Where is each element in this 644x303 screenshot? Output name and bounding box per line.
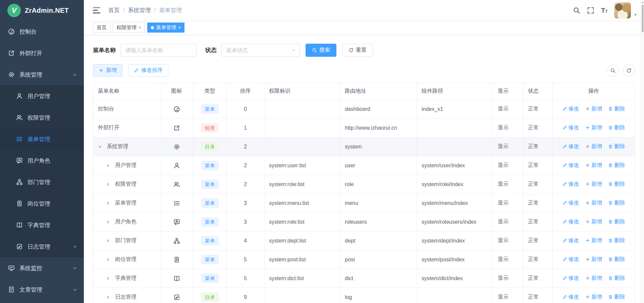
add-link[interactable]: 新增 [585,218,602,225]
menu-name: 字典管理 [115,275,137,281]
edit-link[interactable]: 修改 [562,200,579,207]
sort-edit-button[interactable]: 修改排序 [128,64,168,77]
search-icon[interactable] [573,7,580,14]
add-link[interactable]: 新增 [585,181,602,188]
component-value: system/dict/index [417,269,493,288]
expand-icon[interactable] [106,201,113,205]
close-icon[interactable]: × [178,25,181,30]
expand-icon[interactable] [106,220,113,224]
edit-link[interactable]: 修改 [562,294,579,301]
badge-icon [173,256,180,263]
app-logo[interactable]: V ZrAdmin.NET [0,0,84,21]
add-link[interactable]: 新增 [585,294,602,301]
search-button[interactable]: 搜索 [306,44,336,57]
type-tag: 链接 [201,123,219,132]
collapse-icon[interactable] [98,145,105,149]
delete-link[interactable]: 删除 [608,294,625,301]
sidebar-item-dictionary[interactable]: 字典管理 [0,214,84,236]
sidebar-item-departments[interactable]: 部门管理 [0,171,84,193]
sidebar-item-roles[interactable]: 权限管理 [0,107,84,128]
sidebar-item-articles[interactable]: 文章管理 [0,279,84,300]
expand-icon[interactable] [106,182,113,186]
delete-link[interactable]: 删除 [608,256,625,263]
edit-link[interactable]: 修改 [562,256,579,263]
caret-down-icon[interactable]: ▾ [634,12,637,17]
add-button[interactable]: 新增 [93,64,122,77]
delete-link[interactable]: 删除 [608,200,625,207]
add-link[interactable]: 新增 [585,256,602,263]
expand-icon[interactable] [106,258,113,262]
sidebar-item-label: 用户管理 [28,92,50,100]
tab-home[interactable]: 首页 [93,23,110,33]
scroll-up-icon[interactable]: ▲ [641,1,644,4]
edit-link[interactable]: 修改 [562,162,579,169]
edit-link[interactable]: 修改 [562,143,579,150]
top-navbar: 首页 / 系统管理 / 菜单管理 TT ▾ [84,0,644,20]
edit-link[interactable]: 修改 [562,275,579,282]
refresh-button[interactable] [623,64,635,77]
add-link[interactable]: 新增 [585,237,602,244]
add-link[interactable]: 新增 [585,200,602,207]
user-avatar[interactable] [614,2,631,18]
status-select-wrap [221,44,300,57]
status-select[interactable] [221,44,300,57]
scrollbar-thumb[interactable] [642,5,644,32]
sidebar-item-system[interactable]: 系统管理 [0,64,84,85]
close-icon[interactable]: × [139,25,141,30]
edit-link[interactable]: 修改 [562,124,579,131]
delete-link[interactable]: 删除 [608,143,625,150]
status-value: 正常 [523,119,553,137]
vertical-scrollbar[interactable]: ▲ [641,0,644,303]
sidebar-item-monitor[interactable]: 系统监控 [0,257,84,279]
tab-menus[interactable]: 菜单管理 × [147,23,184,33]
sidebar-item-users[interactable]: 用户管理 [0,85,84,107]
status-value: 正常 [523,137,553,156]
edit-link[interactable]: 修改 [562,105,579,113]
tab-roles[interactable]: 权限管理 × [113,23,145,33]
sidebar-item-dashboard[interactable]: 控制台 [0,21,84,42]
component-value [417,119,493,137]
reset-button[interactable]: 重置 [342,44,373,57]
expand-icon[interactable] [106,164,113,168]
add-link[interactable]: 新增 [585,143,602,150]
expand-icon[interactable] [106,239,113,243]
show-search-button[interactable] [607,64,619,77]
sidebar-item-posts[interactable]: 岗位管理 [0,193,84,214]
edit-link[interactable]: 修改 [562,218,579,225]
sidebar-item-external[interactable]: 外部打开 [0,42,84,64]
display-value: 显示 [493,250,523,269]
edit-link[interactable]: 修改 [562,181,579,188]
chevron-down-icon [73,245,77,249]
delete-link[interactable]: 删除 [608,162,625,169]
delete-link[interactable]: 删除 [608,275,625,282]
delete-link[interactable]: 删除 [608,105,625,113]
dictionary-icon [173,275,180,282]
delete-link[interactable]: 删除 [608,181,625,188]
edit-link[interactable]: 修改 [562,237,579,244]
sidebar-item-label: 岗位管理 [28,200,50,208]
delete-link[interactable]: 删除 [608,124,625,131]
breadcrumb-system[interactable]: 系统管理 [128,6,151,14]
route-value: dept [340,231,417,250]
edit-icon [134,68,139,73]
breadcrumb-home[interactable]: 首页 [108,6,120,14]
add-link[interactable]: 新增 [585,124,602,131]
external-link-icon [173,125,180,131]
fullscreen-icon[interactable] [587,7,594,14]
sidebar-item-logs[interactable]: 日志管理 [0,236,84,257]
sort-value: 3 [227,213,264,231]
add-link[interactable]: 新增 [585,162,602,169]
hamburger-icon[interactable] [93,7,100,13]
menu-name-input[interactable] [120,44,197,57]
add-link[interactable]: 新增 [585,105,602,113]
font-size-icon[interactable]: TT [601,7,608,14]
breadcrumb-separator: / [123,7,125,14]
add-link[interactable]: 新增 [585,275,602,282]
delete-link[interactable]: 删除 [608,237,625,244]
sidebar-item-menus[interactable]: 菜单管理 [0,128,84,150]
delete-link[interactable]: 删除 [608,218,625,225]
expand-icon[interactable] [106,295,113,299]
expand-icon[interactable] [106,276,113,280]
sidebar-item-user-roles[interactable]: 用户角色 [0,150,84,171]
table-toolbar: 新增 修改排序 [93,64,635,77]
